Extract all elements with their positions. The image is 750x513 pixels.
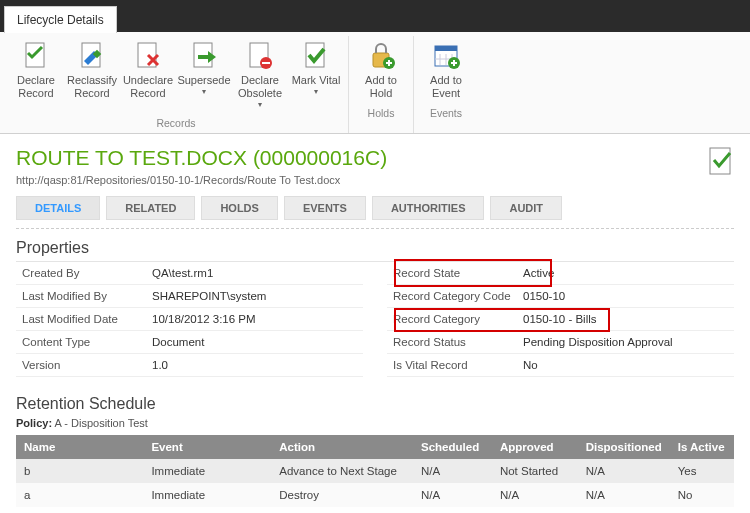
window-titlebar: Lifecycle Details — [0, 0, 750, 32]
reclassify-record-button[interactable]: Reclassify Record — [64, 36, 120, 114]
add-to-hold-button[interactable]: Add to Hold — [353, 36, 409, 104]
calendar-plus-icon — [430, 40, 462, 72]
chevron-down-icon: ▾ — [314, 87, 318, 97]
ribbon-label: Declare Record — [10, 74, 62, 100]
document-minus-icon — [244, 40, 276, 72]
tab-authorities[interactable]: AUTHORITIES — [372, 196, 485, 220]
ribbon-label: Add to Hold — [355, 74, 407, 100]
declare-record-button[interactable]: Declare Record — [8, 36, 64, 114]
col-approved: Approved — [492, 435, 578, 459]
tab-audit[interactable]: AUDIT — [490, 196, 562, 220]
prop-last-modified-by: Last Modified BySHAREPOINT\system — [16, 285, 363, 308]
tab-label: Lifecycle Details — [17, 13, 104, 27]
document-path: http://qasp:81/Repositories/0150-10-1/Re… — [16, 174, 387, 186]
ribbon-label: Declare Obsolete — [234, 74, 286, 100]
ribbon-group-label: Records — [156, 114, 195, 131]
prop-content-type: Content TypeDocument — [16, 331, 363, 354]
chevron-down-icon: ▾ — [258, 100, 262, 110]
prop-record-status: Record StatusPending Disposition Approva… — [387, 331, 734, 354]
spacer — [363, 262, 387, 377]
tab-events[interactable]: EVENTS — [284, 196, 366, 220]
supersede-button[interactable]: Supersede ▾ — [176, 36, 232, 114]
tab-lifecycle-details[interactable]: Lifecycle Details — [4, 6, 117, 33]
document-check-icon — [708, 146, 734, 176]
subtabs: DETAILS RELATED HOLDS EVENTS AUTHORITIES… — [16, 196, 734, 220]
mark-vital-button[interactable]: Mark Vital ▾ — [288, 36, 344, 114]
ribbon-label: Undeclare Record — [122, 74, 174, 100]
add-to-event-button[interactable]: Add to Event — [418, 36, 474, 104]
ribbon-group-label: Holds — [368, 104, 395, 121]
col-action: Action — [271, 435, 413, 459]
page-title: ROUTE TO TEST.DOCX (000000016C) — [16, 146, 387, 170]
undeclare-record-button[interactable]: Undeclare Record — [120, 36, 176, 114]
table-header-row: Name Event Action Scheduled Approved Dis… — [16, 435, 734, 459]
col-dispositioned: Dispositioned — [578, 435, 670, 459]
retention-table: Name Event Action Scheduled Approved Dis… — [16, 435, 734, 507]
table-row[interactable]: b Immediate Advance to Next Stage N/A No… — [16, 459, 734, 483]
ribbon-group-records: Declare Record Reclassify Record Undecla… — [4, 36, 349, 133]
svg-rect-14 — [388, 60, 390, 66]
policy-label: Policy: — [16, 417, 52, 429]
ribbon-group-holds: Add to Hold Holds — [349, 36, 414, 133]
prop-record-state: Record StateActive — [387, 262, 734, 285]
properties-grid: Created ByQA\test.rm1 Last Modified BySH… — [16, 261, 734, 377]
prop-record-category-code: Record Category Code0150-10 — [387, 285, 734, 308]
col-scheduled: Scheduled — [413, 435, 492, 459]
declare-obsolete-button[interactable]: Declare Obsolete ▾ — [232, 36, 288, 114]
ribbon-label: Add to Event — [420, 74, 472, 100]
svg-rect-16 — [435, 46, 457, 51]
prop-created-by: Created ByQA\test.rm1 — [16, 262, 363, 285]
properties-left: Created ByQA\test.rm1 Last Modified BySH… — [16, 262, 363, 377]
document-arrow-icon — [188, 40, 220, 72]
prop-is-vital-record: Is Vital RecordNo — [387, 354, 734, 377]
document-x-icon — [132, 40, 164, 72]
tab-related[interactable]: RELATED — [106, 196, 195, 220]
prop-record-category: Record Category0150-10 - Bills — [387, 308, 734, 331]
document-check-green-icon — [300, 40, 332, 72]
svg-rect-23 — [453, 60, 455, 66]
svg-rect-3 — [138, 43, 156, 67]
properties-right: Record StateActive Record Category Code0… — [387, 262, 734, 377]
tab-details[interactable]: DETAILS — [16, 196, 100, 220]
table-row[interactable]: a Immediate Destroy N/A N/A N/A No — [16, 483, 734, 507]
ribbon-label: Supersede — [177, 74, 230, 87]
lock-plus-icon — [365, 40, 397, 72]
prop-last-modified-date: Last Modified Date10/18/2012 3:16 PM — [16, 308, 363, 331]
ribbon-group-events: Add to Event Events — [414, 36, 478, 133]
properties-heading: Properties — [16, 239, 734, 257]
prop-version: Version1.0 — [16, 354, 363, 377]
col-name: Name — [16, 435, 143, 459]
col-is-active: Is Active — [670, 435, 734, 459]
policy-value: A - Disposition Test — [55, 417, 148, 429]
divider — [16, 228, 734, 229]
chevron-down-icon: ▾ — [202, 87, 206, 97]
retention-heading: Retention Schedule — [16, 395, 734, 413]
retention-policy: Policy: A - Disposition Test — [16, 417, 734, 429]
svg-rect-9 — [262, 62, 270, 64]
document-check-icon — [20, 40, 52, 72]
col-event: Event — [143, 435, 271, 459]
ribbon: Declare Record Reclassify Record Undecla… — [0, 32, 750, 134]
ribbon-label: Mark Vital — [292, 74, 341, 87]
tab-holds[interactable]: HOLDS — [201, 196, 278, 220]
ribbon-label: Reclassify Record — [66, 74, 118, 100]
document-reclassify-icon — [76, 40, 108, 72]
ribbon-group-label: Events — [430, 104, 462, 121]
